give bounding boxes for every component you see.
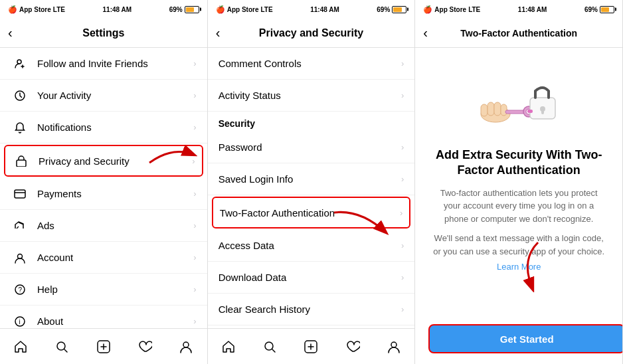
notifications-icon — [11, 118, 29, 137]
status-bar-1: 🍎 App Store LTE 11:48 AM 69% — [0, 0, 207, 19]
status-right-3: 69% — [584, 6, 614, 13]
svg-point-15 — [391, 342, 397, 347]
svg-point-13 — [265, 342, 273, 350]
panel-settings: 🍎 App Store LTE 11:48 AM 69% ‹ Settings — [0, 0, 208, 364]
battery-icon-2 — [392, 6, 406, 13]
download-label: Download Data — [219, 272, 401, 283]
nav-header-3: ‹ Two-Factor Authentication — [415, 19, 622, 48]
two-fa-heading: Add Extra Security With Two-Factor Authe… — [415, 147, 622, 179]
settings-item-account[interactable]: Account › — [0, 242, 207, 274]
time-1: 11:48 AM — [103, 6, 132, 13]
follow-chevron: › — [193, 58, 196, 68]
settings-list: Follow and Invite Friends › Your Activit… — [0, 48, 207, 328]
help-icon: ? — [11, 280, 29, 299]
svg-point-0 — [17, 60, 21, 64]
apple-icon-3: 🍎 — [423, 5, 432, 14]
privacy-item-comment[interactable]: Comment Controls › — [208, 48, 415, 80]
likes-tab-1[interactable] — [130, 332, 159, 361]
get-started-button[interactable]: Get Started — [428, 324, 622, 353]
lock-svg — [476, 68, 562, 134]
activity-label: Your Activity — [37, 90, 193, 101]
svg-rect-18 — [481, 104, 488, 116]
back-button-3[interactable]: ‹ — [423, 25, 428, 41]
settings-item-ads[interactable]: Ads › — [0, 210, 207, 242]
payments-icon — [11, 185, 29, 203]
carrier-1: App Store — [19, 6, 51, 13]
notifications-chevron: › — [193, 122, 196, 132]
privacy-item-saved-login[interactable]: Saved Login Info › — [208, 163, 415, 195]
settings-item-activity[interactable]: Your Activity › — [0, 80, 207, 112]
activity-icon — [11, 86, 29, 105]
ads-label: Ads — [37, 220, 193, 231]
battery-icon-1 — [185, 6, 199, 13]
nav-header-2: ‹ Privacy and Security — [208, 19, 415, 48]
add-tab-1[interactable] — [89, 332, 118, 361]
battery-pct-1: 69% — [169, 6, 183, 13]
privacy-item-download[interactable]: Download Data › — [208, 262, 415, 294]
status-bar-3: 🍎 App Store LTE 11:48 AM 69% — [415, 0, 622, 19]
ads-chevron: › — [193, 221, 196, 230]
follow-icon — [11, 54, 29, 73]
profile-tab-1[interactable] — [171, 332, 201, 361]
get-started-wrap: Get Started — [415, 319, 622, 364]
back-button-1[interactable]: ‹ — [8, 25, 13, 41]
svg-text:?: ? — [19, 286, 23, 294]
bottom-nav-2 — [208, 328, 415, 364]
add-tab-2[interactable] — [296, 332, 325, 361]
settings-item-help[interactable]: ? Help › — [0, 274, 207, 306]
signal-2: LTE — [260, 6, 272, 13]
about-chevron: › — [193, 316, 196, 326]
time-3: 11:48 AM — [518, 6, 547, 13]
account-chevron: › — [193, 252, 196, 262]
home-tab-2[interactable] — [214, 332, 243, 361]
panel-privacy: 🍎 App Store LTE 11:48 AM 69% ‹ Privacy a… — [208, 0, 416, 364]
apple-icon-2: 🍎 — [216, 5, 225, 14]
settings-item-follow[interactable]: Follow and Invite Friends › — [0, 48, 207, 80]
settings-item-payments[interactable]: Payments › — [0, 178, 207, 210]
page-title-3: Two-Factor Authentication — [460, 28, 577, 39]
bottom-nav-1 — [0, 328, 207, 364]
activity-status-label: Activity Status — [219, 90, 401, 101]
profile-tab-2[interactable] — [379, 332, 408, 361]
settings-item-about[interactable]: i About › — [0, 306, 207, 328]
likes-tab-2[interactable] — [338, 332, 367, 361]
help-chevron: › — [193, 284, 196, 294]
signal-3: LTE — [468, 6, 480, 13]
home-tab-1[interactable] — [6, 332, 35, 361]
status-right-2: 69% — [377, 6, 406, 13]
page-title-1: Settings — [82, 27, 124, 39]
page-title-2: Privacy and Security — [259, 27, 363, 39]
search-tab-1[interactable] — [47, 332, 76, 361]
privacy-item-password[interactable]: Password › — [208, 132, 415, 163]
settings-item-notifications[interactable]: Notifications › — [0, 112, 207, 143]
about-label: About — [37, 316, 193, 327]
account-label: Account — [37, 252, 193, 263]
saved-login-label: Saved Login Info — [219, 173, 401, 185]
help-label: Help — [37, 284, 193, 295]
svg-rect-21 — [501, 104, 507, 116]
activity-chevron: › — [193, 90, 196, 100]
privacy-item-activity-status[interactable]: Activity Status › — [208, 80, 415, 112]
notifications-label: Notifications — [37, 122, 193, 133]
back-button-2[interactable]: ‹ — [216, 25, 221, 41]
payments-chevron: › — [193, 189, 196, 199]
svg-rect-27 — [541, 109, 544, 114]
privacy-icon — [12, 151, 31, 170]
account-icon — [11, 248, 29, 267]
svg-point-11 — [183, 342, 189, 347]
payments-label: Payments — [37, 188, 193, 199]
search-tab-2[interactable] — [255, 332, 284, 361]
battery-pct-2: 69% — [377, 6, 390, 13]
svg-rect-19 — [488, 102, 494, 116]
signal-type-1: LTE — [53, 6, 65, 13]
security-section-header: Security — [208, 112, 415, 132]
privacy-item-clear-search[interactable]: Clear Search History › — [208, 294, 415, 325]
battery-icon-3 — [600, 6, 614, 13]
svg-rect-2 — [17, 160, 26, 167]
svg-rect-3 — [15, 190, 25, 198]
svg-text:i: i — [19, 318, 21, 325]
password-label: Password — [219, 141, 401, 153]
svg-rect-20 — [494, 102, 501, 116]
panel3-content: Add Extra Security With Two-Factor Authe… — [415, 48, 622, 364]
carrier-3: App Store — [434, 6, 466, 13]
